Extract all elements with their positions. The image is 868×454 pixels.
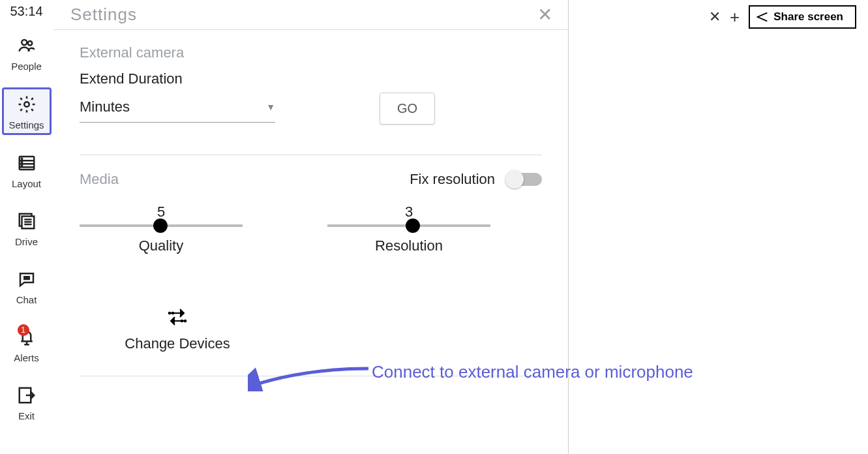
sidebar-item-people[interactable]: People [2,29,52,76]
alert-badge: 1 [18,324,29,336]
resolution-slider[interactable]: 3 Resolution [327,204,490,254]
svg-point-25 [185,320,187,322]
toggle-knob [505,170,524,189]
svg-rect-15 [24,277,29,279]
fix-resolution-label: Fix resolution [410,171,495,188]
go-button[interactable]: GO [380,93,435,125]
sidebar-item-label: Drive [15,236,38,247]
sidebar: 53:14 People Settings [0,0,53,454]
extend-duration-label: Extend Duration [80,70,542,87]
share-screen-button[interactable]: Share screen [749,5,856,29]
sidebar-item-label: Exit [18,410,35,421]
svg-point-0 [22,40,27,45]
svg-point-2 [24,102,29,107]
svg-point-1 [27,41,32,46]
sidebar-item-settings[interactable]: Settings [2,87,52,135]
slider-track[interactable] [327,224,490,227]
swap-icon [164,307,190,329]
change-devices-button[interactable]: Change Devices [106,307,249,352]
slider-thumb[interactable] [406,219,420,233]
svg-point-22 [169,312,171,314]
sidebar-item-label: Settings [8,119,44,130]
fix-resolution-toggle[interactable] [507,173,542,186]
topbar: ✕ + Share screen [709,5,856,29]
sidebar-item-exit[interactable]: Exit [2,379,52,425]
sidebar-item-label: Layout [12,178,41,189]
divider [80,155,542,155]
sidebar-item-layout[interactable]: Layout [2,147,52,193]
section-media: Media [80,171,119,188]
layout-icon [17,153,37,175]
chat-icon [17,269,37,292]
share-label: Share screen [773,10,843,23]
sidebar-item-label: People [11,61,42,72]
section-external-camera: External camera [80,44,542,61]
svg-point-24 [181,320,183,322]
close-icon[interactable]: ✕ [709,8,721,25]
chevron-down-icon: ▼ [266,102,275,112]
resolution-label: Resolution [375,237,443,254]
quality-slider[interactable]: 5 Quality [80,204,243,254]
duration-unit-select[interactable]: Minutes ▼ [80,95,275,123]
session-timer: 53:14 [10,4,42,19]
slider-track[interactable] [80,224,243,227]
sidebar-item-alerts[interactable]: 1 Alerts [2,321,52,367]
divider [80,376,542,376]
gear-icon [17,95,37,117]
sidebar-item-label: Alerts [14,352,38,363]
svg-point-9 [21,165,22,166]
change-devices-label: Change Devices [125,335,230,352]
svg-point-8 [21,162,22,163]
sidebar-item-label: Chat [16,294,37,305]
people-icon [17,36,37,58]
chevron-left-icon [755,11,770,23]
plus-icon[interactable]: + [730,7,740,27]
svg-point-7 [21,158,22,159]
slider-thumb[interactable] [153,219,168,233]
panel-title: Settings [70,5,137,25]
right-panel: ✕ + Share screen [569,0,868,454]
sidebar-item-chat[interactable]: Chat [2,263,52,309]
close-icon[interactable]: ✕ [537,4,552,25]
sidebar-item-drive[interactable]: Drive [2,205,52,251]
settings-panel: Settings ✕ External camera Extend Durati… [53,0,569,454]
select-value: Minutes [80,98,130,115]
quality-label: Quality [139,237,183,254]
drive-icon [17,211,37,234]
svg-point-23 [172,312,174,314]
exit-icon [17,386,37,408]
